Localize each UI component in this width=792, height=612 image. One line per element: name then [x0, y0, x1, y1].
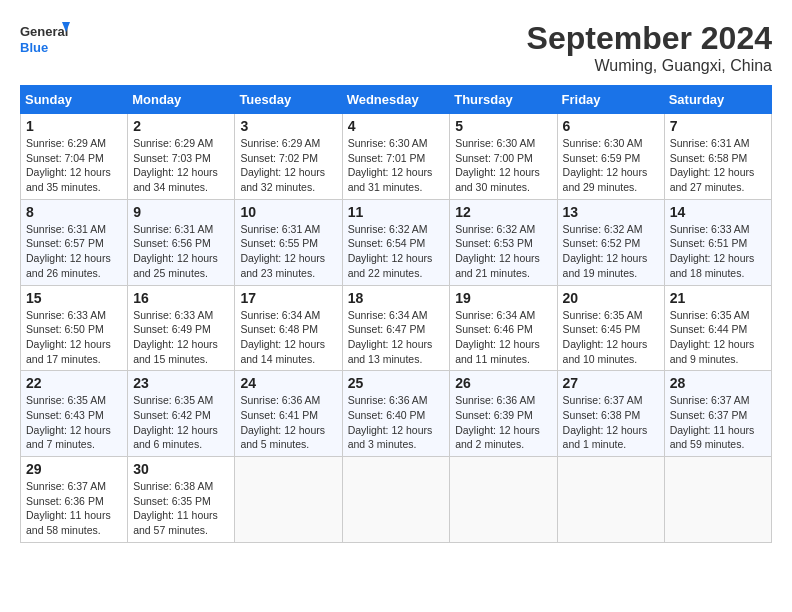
- day-number: 5: [455, 118, 551, 134]
- logo: General Blue: [20, 20, 70, 60]
- day-info: Sunrise: 6:31 AM Sunset: 6:55 PM Dayligh…: [240, 222, 336, 281]
- day-number: 24: [240, 375, 336, 391]
- day-info: Sunrise: 6:35 AM Sunset: 6:45 PM Dayligh…: [563, 308, 659, 367]
- day-number: 21: [670, 290, 766, 306]
- empty-cell: [664, 457, 771, 543]
- title-block: September 2024 Wuming, Guangxi, China: [527, 20, 772, 75]
- day-info: Sunrise: 6:34 AM Sunset: 6:46 PM Dayligh…: [455, 308, 551, 367]
- day-number: 16: [133, 290, 229, 306]
- col-friday: Friday: [557, 86, 664, 114]
- day-27: 27 Sunrise: 6:37 AM Sunset: 6:38 PM Dayl…: [557, 371, 664, 457]
- day-number: 28: [670, 375, 766, 391]
- day-info: Sunrise: 6:32 AM Sunset: 6:53 PM Dayligh…: [455, 222, 551, 281]
- calendar-table: Sunday Monday Tuesday Wednesday Thursday…: [20, 85, 772, 543]
- day-30: 30 Sunrise: 6:38 AM Sunset: 6:35 PM Dayl…: [128, 457, 235, 543]
- calendar-week-2: 8 Sunrise: 6:31 AM Sunset: 6:57 PM Dayli…: [21, 199, 772, 285]
- day-info: Sunrise: 6:29 AM Sunset: 7:02 PM Dayligh…: [240, 136, 336, 195]
- day-number: 8: [26, 204, 122, 220]
- day-number: 26: [455, 375, 551, 391]
- day-number: 23: [133, 375, 229, 391]
- empty-cell: [557, 457, 664, 543]
- day-number: 7: [670, 118, 766, 134]
- empty-cell: [342, 457, 450, 543]
- day-number: 20: [563, 290, 659, 306]
- day-5: 5 Sunrise: 6:30 AM Sunset: 7:00 PM Dayli…: [450, 114, 557, 200]
- col-thursday: Thursday: [450, 86, 557, 114]
- day-23: 23 Sunrise: 6:35 AM Sunset: 6:42 PM Dayl…: [128, 371, 235, 457]
- day-number: 19: [455, 290, 551, 306]
- day-10: 10 Sunrise: 6:31 AM Sunset: 6:55 PM Dayl…: [235, 199, 342, 285]
- day-number: 3: [240, 118, 336, 134]
- day-number: 18: [348, 290, 445, 306]
- day-number: 17: [240, 290, 336, 306]
- day-2: 2 Sunrise: 6:29 AM Sunset: 7:03 PM Dayli…: [128, 114, 235, 200]
- day-8: 8 Sunrise: 6:31 AM Sunset: 6:57 PM Dayli…: [21, 199, 128, 285]
- day-24: 24 Sunrise: 6:36 AM Sunset: 6:41 PM Dayl…: [235, 371, 342, 457]
- day-info: Sunrise: 6:31 AM Sunset: 6:57 PM Dayligh…: [26, 222, 122, 281]
- calendar-header-row: Sunday Monday Tuesday Wednesday Thursday…: [21, 86, 772, 114]
- day-number: 10: [240, 204, 336, 220]
- day-19: 19 Sunrise: 6:34 AM Sunset: 6:46 PM Dayl…: [450, 285, 557, 371]
- day-number: 13: [563, 204, 659, 220]
- day-info: Sunrise: 6:33 AM Sunset: 6:51 PM Dayligh…: [670, 222, 766, 281]
- day-number: 1: [26, 118, 122, 134]
- day-info: Sunrise: 6:30 AM Sunset: 7:00 PM Dayligh…: [455, 136, 551, 195]
- day-25: 25 Sunrise: 6:36 AM Sunset: 6:40 PM Dayl…: [342, 371, 450, 457]
- col-wednesday: Wednesday: [342, 86, 450, 114]
- day-16: 16 Sunrise: 6:33 AM Sunset: 6:49 PM Dayl…: [128, 285, 235, 371]
- day-9: 9 Sunrise: 6:31 AM Sunset: 6:56 PM Dayli…: [128, 199, 235, 285]
- day-17: 17 Sunrise: 6:34 AM Sunset: 6:48 PM Dayl…: [235, 285, 342, 371]
- svg-text:General: General: [20, 24, 68, 39]
- day-info: Sunrise: 6:36 AM Sunset: 6:40 PM Dayligh…: [348, 393, 445, 452]
- empty-cell: [235, 457, 342, 543]
- day-26: 26 Sunrise: 6:36 AM Sunset: 6:39 PM Dayl…: [450, 371, 557, 457]
- month-title: September 2024: [527, 20, 772, 57]
- day-info: Sunrise: 6:37 AM Sunset: 6:37 PM Dayligh…: [670, 393, 766, 452]
- col-sunday: Sunday: [21, 86, 128, 114]
- location-subtitle: Wuming, Guangxi, China: [527, 57, 772, 75]
- day-number: 9: [133, 204, 229, 220]
- day-7: 7 Sunrise: 6:31 AM Sunset: 6:58 PM Dayli…: [664, 114, 771, 200]
- day-number: 29: [26, 461, 122, 477]
- day-22: 22 Sunrise: 6:35 AM Sunset: 6:43 PM Dayl…: [21, 371, 128, 457]
- day-number: 25: [348, 375, 445, 391]
- day-number: 6: [563, 118, 659, 134]
- day-info: Sunrise: 6:30 AM Sunset: 7:01 PM Dayligh…: [348, 136, 445, 195]
- day-13: 13 Sunrise: 6:32 AM Sunset: 6:52 PM Dayl…: [557, 199, 664, 285]
- day-info: Sunrise: 6:34 AM Sunset: 6:48 PM Dayligh…: [240, 308, 336, 367]
- day-info: Sunrise: 6:31 AM Sunset: 6:58 PM Dayligh…: [670, 136, 766, 195]
- day-number: 2: [133, 118, 229, 134]
- day-info: Sunrise: 6:35 AM Sunset: 6:43 PM Dayligh…: [26, 393, 122, 452]
- day-14: 14 Sunrise: 6:33 AM Sunset: 6:51 PM Dayl…: [664, 199, 771, 285]
- day-info: Sunrise: 6:36 AM Sunset: 6:41 PM Dayligh…: [240, 393, 336, 452]
- day-info: Sunrise: 6:38 AM Sunset: 6:35 PM Dayligh…: [133, 479, 229, 538]
- day-info: Sunrise: 6:29 AM Sunset: 7:03 PM Dayligh…: [133, 136, 229, 195]
- day-15: 15 Sunrise: 6:33 AM Sunset: 6:50 PM Dayl…: [21, 285, 128, 371]
- svg-text:Blue: Blue: [20, 40, 48, 55]
- day-info: Sunrise: 6:32 AM Sunset: 6:54 PM Dayligh…: [348, 222, 445, 281]
- day-number: 4: [348, 118, 445, 134]
- day-28: 28 Sunrise: 6:37 AM Sunset: 6:37 PM Dayl…: [664, 371, 771, 457]
- day-number: 12: [455, 204, 551, 220]
- day-info: Sunrise: 6:32 AM Sunset: 6:52 PM Dayligh…: [563, 222, 659, 281]
- day-info: Sunrise: 6:36 AM Sunset: 6:39 PM Dayligh…: [455, 393, 551, 452]
- calendar-week-5: 29 Sunrise: 6:37 AM Sunset: 6:36 PM Dayl…: [21, 457, 772, 543]
- day-4: 4 Sunrise: 6:30 AM Sunset: 7:01 PM Dayli…: [342, 114, 450, 200]
- day-3: 3 Sunrise: 6:29 AM Sunset: 7:02 PM Dayli…: [235, 114, 342, 200]
- day-info: Sunrise: 6:35 AM Sunset: 6:42 PM Dayligh…: [133, 393, 229, 452]
- day-info: Sunrise: 6:37 AM Sunset: 6:38 PM Dayligh…: [563, 393, 659, 452]
- calendar-week-1: 1 Sunrise: 6:29 AM Sunset: 7:04 PM Dayli…: [21, 114, 772, 200]
- day-info: Sunrise: 6:34 AM Sunset: 6:47 PM Dayligh…: [348, 308, 445, 367]
- day-number: 11: [348, 204, 445, 220]
- calendar-week-3: 15 Sunrise: 6:33 AM Sunset: 6:50 PM Dayl…: [21, 285, 772, 371]
- day-number: 22: [26, 375, 122, 391]
- day-info: Sunrise: 6:29 AM Sunset: 7:04 PM Dayligh…: [26, 136, 122, 195]
- day-1: 1 Sunrise: 6:29 AM Sunset: 7:04 PM Dayli…: [21, 114, 128, 200]
- day-info: Sunrise: 6:33 AM Sunset: 6:50 PM Dayligh…: [26, 308, 122, 367]
- col-monday: Monday: [128, 86, 235, 114]
- day-6: 6 Sunrise: 6:30 AM Sunset: 6:59 PM Dayli…: [557, 114, 664, 200]
- day-18: 18 Sunrise: 6:34 AM Sunset: 6:47 PM Dayl…: [342, 285, 450, 371]
- day-number: 14: [670, 204, 766, 220]
- day-info: Sunrise: 6:30 AM Sunset: 6:59 PM Dayligh…: [563, 136, 659, 195]
- day-number: 30: [133, 461, 229, 477]
